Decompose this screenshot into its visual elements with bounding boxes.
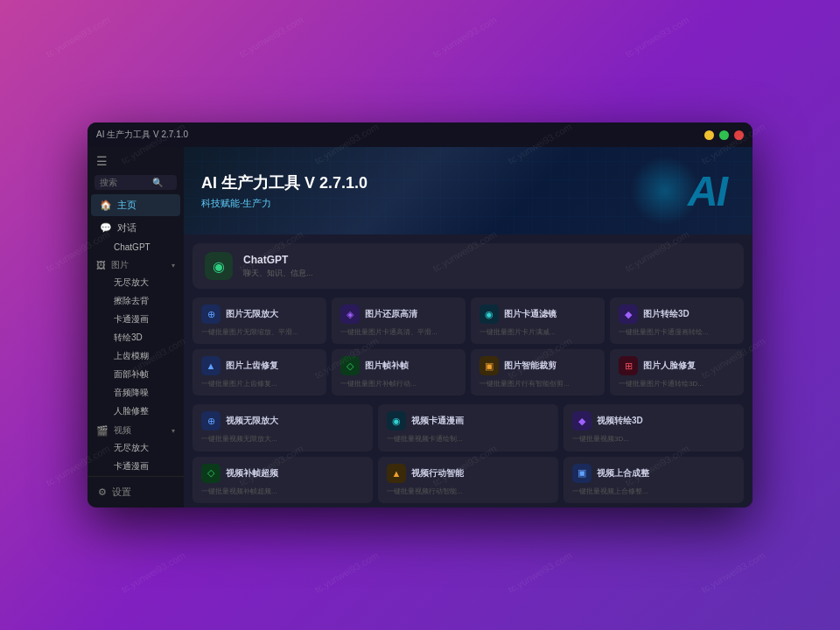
chatgpt-card[interactable]: ◉ ChatGPT 聊天、知识、信息... [192, 243, 744, 289]
hero-subtitle: 科技赋能·生产力 [201, 197, 368, 210]
video-feature-card[interactable]: ◆ 视频转绘3D 一键批量视频3D... [564, 404, 744, 451]
hero-banner: AI AI 生产力工具 V 2.7.1.0 科技赋能·生产力 [184, 147, 752, 234]
hero-ai-decoration: AI [688, 167, 726, 215]
feature-desc: 一键批量视频行动智能... [387, 486, 550, 496]
sidebar-item-manual-repair[interactable]: 人脸修整 [105, 402, 180, 420]
feature-icon: ▣ [480, 356, 499, 375]
feature-icon: ◈ [340, 304, 360, 324]
video-feature-card[interactable]: ⊕ 视频无限放大 一键批量视频无限放大... [192, 404, 373, 451]
video-feature-card[interactable]: ◉ 视频卡通漫画 一键批量视频卡通绘制... [378, 404, 558, 451]
sidebar-item-card-frame[interactable]: 卡通漫画 [105, 311, 180, 328]
feature-desc: 一键批量图片无限缩放、平滑... [201, 327, 318, 337]
close-button[interactable] [734, 130, 744, 140]
feature-icon: ▲ [387, 464, 406, 483]
image-feature-card[interactable]: ⊕ 图片无限放大 一键批量图片无限缩放、平滑... [192, 298, 326, 344]
sidebar-item-dialogue-label: 对话 [117, 221, 136, 234]
sidebar-item-audio-denoise[interactable]: 音频降噪 [105, 384, 180, 402]
menu-icon[interactable]: ☰ [88, 147, 184, 172]
video-feature-grid: ⊕ 视频无限放大 一键批量视频无限放大... ◉ 视频卡通漫画 一键批量视频卡通… [192, 404, 744, 502]
sidebar-item-remove-bg[interactable]: 擦除去背 [105, 292, 180, 310]
video-features-section: ⊕ 视频无限放大 一键批量视频无限放大... ◉ 视频卡通漫画 一键批量视频卡通… [192, 404, 744, 502]
feature-desc: 一键批量图片卡通转绘3D... [619, 379, 735, 388]
settings-button[interactable]: ⚙ 设置 [93, 482, 178, 502]
home-icon: 🏠 [100, 200, 112, 211]
feature-card-header: ◇ 视频补帧超频 [201, 464, 364, 483]
video-feature-card[interactable]: ▣ 视频上合成整 一键批量视频上合修整... [564, 457, 744, 503]
image-feature-card[interactable]: ◆ 图片转绘3D 一键批量图片卡通漫画转绘... [610, 298, 744, 344]
dialogue-icon: 💬 [100, 222, 112, 234]
video-section-arrow: ▾ [172, 427, 175, 435]
feature-icon: ▣ [572, 464, 592, 483]
window-controls [704, 130, 744, 140]
feature-desc: 一键批量视频无限放大... [201, 434, 364, 444]
sidebar-item-no-limit[interactable]: 无尽放大 [105, 274, 180, 291]
image-feature-card[interactable]: ◇ 图片帧补帧 一键批量图片补帧行动... [332, 349, 466, 396]
feature-card-header: ▲ 视频行动智能 [387, 464, 550, 483]
sidebar-item-vid-card[interactable]: 卡通漫画 [105, 458, 180, 475]
sidebar-bottom: ⚙ 设置 [88, 476, 184, 508]
video-feature-card[interactable]: ◇ 视频补帧超频 一键批量视频补帧超频... [192, 457, 373, 503]
feature-desc: 一键批量视频3D... [572, 434, 735, 444]
feature-desc: 一键批量图片补帧行动... [340, 379, 457, 388]
manual-repair-label: 人脸修整 [114, 405, 149, 417]
feature-title: 视频转绘3D [597, 416, 643, 426]
feature-card-header: ◉ 视频卡通漫画 [387, 411, 550, 430]
sidebar-section-image[interactable]: 🖼 图片 ▾ [88, 256, 184, 273]
feature-card-header: ▣ 图片智能裁剪 [480, 356, 596, 375]
image-feature-card[interactable]: ▣ 图片智能裁剪 一键批量图片行有智能创剪... [471, 349, 605, 396]
titlebar: AI 生产力工具 V 2.7.1.0 [88, 122, 752, 147]
image-section-arrow: ▾ [172, 262, 175, 270]
sidebar-item-dialogue[interactable]: 💬 对话 [91, 217, 180, 239]
image-feature-card[interactable]: ◉ 图片卡通滤镜 一键批量图片卡片满减... [471, 298, 605, 344]
feature-icon: ⊕ [201, 304, 220, 324]
feature-title: 视频补帧超频 [226, 468, 278, 479]
window-title: AI 生产力工具 V 2.7.1.0 [96, 129, 704, 141]
video-feature-card[interactable]: ▲ 视频行动智能 一键批量视频行动智能... [378, 457, 558, 503]
sidebar-section-video-label: 视频 [114, 424, 131, 437]
sidebar-section-video[interactable]: 🎬 视频 ▾ [88, 421, 184, 438]
feature-card-header: ⊞ 图片人脸修复 [619, 356, 735, 375]
app-body: ☰ 🔍 🏠 主页 💬 对话 ChatGPT [88, 147, 752, 508]
image-feature-card[interactable]: ◈ 图片还原高清 一键批量图片卡通高清、平滑... [332, 298, 466, 344]
card-frame-label: 卡通漫画 [114, 313, 149, 326]
feature-title: 图片还原高清 [365, 309, 417, 319]
feature-icon: ◇ [201, 464, 220, 483]
feature-desc: 一键批量视频卡通绘制... [387, 434, 550, 444]
chatgpt-info: ChatGPT 聊天、知识、信息... [243, 254, 313, 279]
feature-title: 图片无限放大 [226, 309, 278, 319]
feature-icon: ◉ [480, 304, 499, 324]
video-section-icon: 🎬 [96, 425, 108, 437]
feature-title: 视频无限放大 [226, 416, 278, 426]
sidebar-item-chatgpt[interactable]: ChatGPT [105, 240, 180, 255]
feature-card-header: ◇ 图片帧补帧 [340, 356, 457, 375]
content-area: ◉ ChatGPT 聊天、知识、信息... ⊕ 图片无限放大 一键批量图片无限缩… [184, 234, 752, 508]
feature-icon: ◆ [572, 411, 592, 430]
app-window: AI 生产力工具 V 2.7.1.0 ☰ 🔍 🏠 主页 💬 对话 [88, 122, 752, 508]
sidebar: ☰ 🔍 🏠 主页 💬 对话 ChatGPT [88, 147, 184, 508]
maximize-button[interactable] [719, 130, 729, 140]
sidebar-nav: 🏠 主页 💬 对话 ChatGPT 🖼 图片 ▾ [88, 193, 184, 476]
feature-desc: 一键批量图片卡通漫画转绘... [619, 327, 735, 337]
sidebar-item-frame-3d[interactable]: 转绘3D [105, 329, 180, 346]
image-feature-card[interactable]: ▲ 图片上齿修复 一键批量图片上齿修复... [192, 349, 326, 396]
image-feature-card[interactable]: ⊞ 图片人脸修复 一键批量图片卡通转绘3D... [610, 349, 744, 396]
feature-icon: ◇ [340, 356, 360, 375]
sidebar-item-upload-sharpen[interactable]: 上齿模糊 [105, 347, 180, 365]
image-feature-grid: ⊕ 图片无限放大 一键批量图片无限缩放、平滑... ◈ 图片还原高清 一键批量图… [192, 298, 744, 396]
feature-icon: ▲ [201, 356, 220, 375]
feature-card-header: ⊕ 视频无限放大 [201, 411, 364, 430]
sidebar-item-vid-no-limit[interactable]: 无尽放大 [105, 439, 180, 457]
frame-3d-label: 转绘3D [114, 332, 143, 344]
minimize-button[interactable] [704, 130, 714, 140]
sidebar-item-home[interactable]: 🏠 主页 [91, 194, 180, 216]
search-input[interactable] [100, 178, 152, 187]
feature-desc: 一键批量视频上合修整... [572, 486, 735, 496]
feature-title: 视频卡通漫画 [411, 416, 464, 426]
sidebar-item-face-repair[interactable]: 面部补帧 [105, 366, 180, 383]
feature-title: 图片人脸修复 [643, 360, 696, 371]
feature-icon: ◉ [387, 411, 406, 430]
feature-card-header: ◉ 图片卡通滤镜 [480, 304, 596, 324]
feature-title: 图片帧补帧 [365, 360, 409, 371]
feature-title: 视频上合成整 [597, 468, 649, 479]
search-box[interactable]: 🔍 [94, 175, 177, 190]
